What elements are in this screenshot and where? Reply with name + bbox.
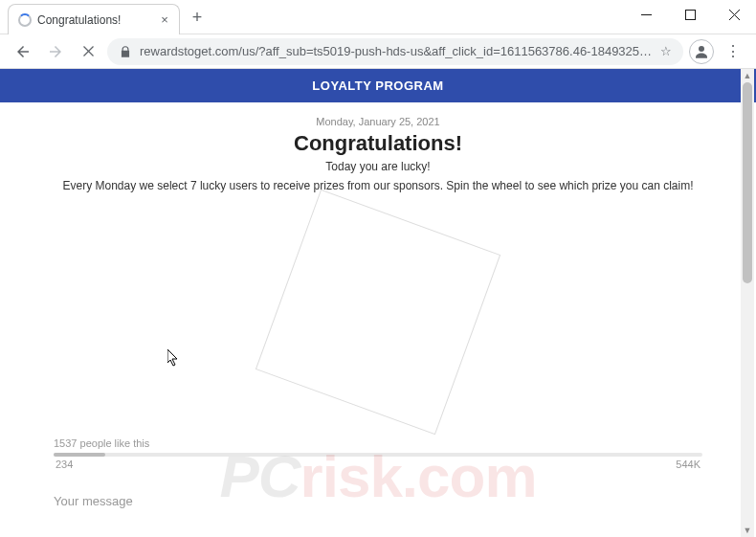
svg-rect-1 — [685, 10, 695, 19]
prize-wheel-placeholder[interactable] — [256, 190, 500, 435]
vertical-scrollbar[interactable]: ▲ ▼ — [741, 69, 754, 537]
social-row: 1537 people like this 234 544K — [0, 437, 756, 470]
headline: Congratulations! — [38, 131, 718, 156]
browser-menu-button[interactable]: ⋮ — [720, 38, 746, 65]
scroll-thumb[interactable] — [743, 82, 752, 283]
scroll-down-arrow-icon[interactable]: ▼ — [741, 524, 754, 537]
forward-button[interactable] — [42, 38, 69, 65]
progress-fill — [54, 453, 105, 457]
subheadline: Today you are lucky! — [38, 160, 718, 173]
wheel-area — [38, 202, 718, 422]
window-titlebar: Congratulations! × + — [0, 0, 756, 34]
page-viewport: LOYALTY PROGRAM Monday, January 25, 2021… — [0, 69, 756, 537]
progress-bar — [54, 453, 702, 457]
browser-tab[interactable]: Congratulations! × — [8, 4, 180, 34]
browser-toolbar: rewardstoget.com/us/?aff_sub=ts5019-push… — [0, 34, 756, 69]
url-text: rewardstoget.com/us/?aff_sub=ts5019-push… — [140, 44, 653, 58]
profile-button[interactable] — [689, 39, 714, 64]
scroll-up-arrow-icon[interactable]: ▲ — [741, 69, 754, 82]
close-window-button[interactable] — [712, 0, 756, 29]
lock-icon — [119, 45, 132, 58]
tab-title: Congratulations! — [37, 13, 152, 27]
loading-spinner-icon — [18, 13, 32, 27]
address-bar[interactable]: rewardstoget.com/us/?aff_sub=ts5019-push… — [107, 38, 683, 65]
svg-point-6 — [699, 46, 704, 52]
bar-right-value: 544K — [676, 459, 700, 470]
description: Every Monday we select 7 lucky users to … — [38, 179, 718, 192]
likes-text: 1537 people like this — [54, 437, 702, 449]
mouse-cursor-icon — [167, 349, 179, 367]
tab-close-button[interactable]: × — [158, 13, 171, 27]
minimize-button[interactable] — [624, 0, 668, 29]
back-button[interactable] — [10, 38, 36, 65]
message-input[interactable]: Your message — [54, 494, 133, 508]
maximize-button[interactable] — [668, 0, 712, 29]
tab-strip: Congratulations! × + — [0, 0, 211, 34]
window-controls — [624, 0, 756, 29]
bookmark-star-icon[interactable]: ☆ — [660, 44, 672, 58]
page-content: Monday, January 25, 2021 Congratulations… — [0, 102, 756, 422]
new-tab-button[interactable]: + — [184, 4, 211, 31]
bar-labels: 234 544K — [54, 459, 702, 470]
bar-left-value: 234 — [56, 459, 73, 470]
loyalty-banner: LOYALTY PROGRAM — [0, 69, 756, 102]
date-text: Monday, January 25, 2021 — [38, 116, 718, 127]
stop-reload-button[interactable] — [75, 38, 101, 65]
